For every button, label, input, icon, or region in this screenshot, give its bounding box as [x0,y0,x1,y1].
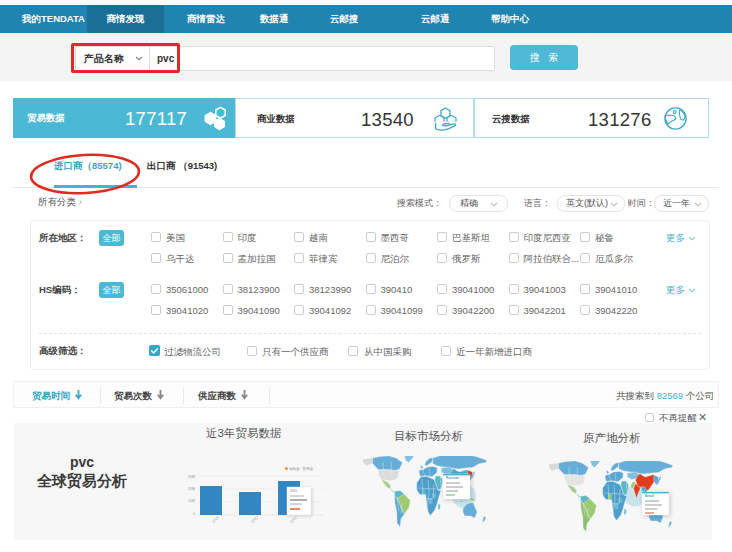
svg-text:10M: 10M [188,499,195,503]
svg-text:2019: 2019 [211,516,219,524]
svg-text:Brazil: Brazil [645,494,654,498]
svg-text:Russian: Russian [446,476,459,480]
svg-text:0: 0 [193,512,195,516]
svg-text:2021: 2021 [290,489,297,493]
svg-text:30M: 30M [188,475,195,479]
svg-text:2021: 2021 [289,516,297,524]
svg-text:20M: 20M [188,487,195,491]
svg-text:2020: 2020 [250,516,258,524]
svg-text:频数值 · 贸易值: 频数值 · 贸易值 [289,466,314,471]
